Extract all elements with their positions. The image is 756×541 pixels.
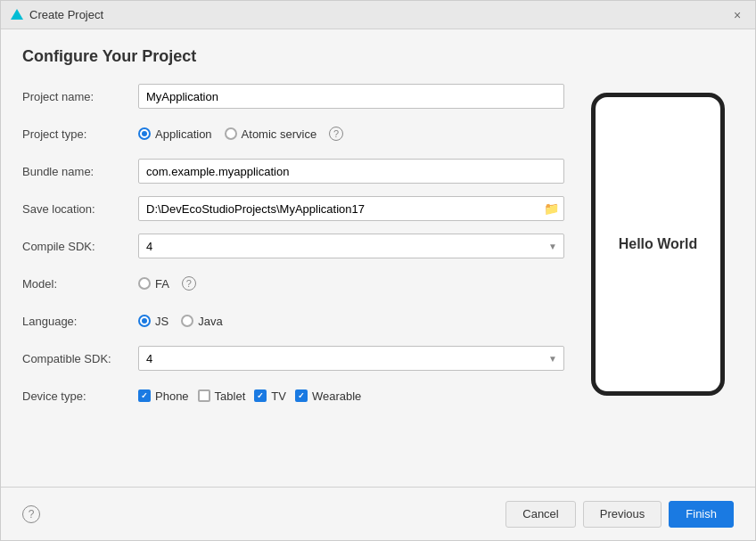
language-label: Language:	[22, 315, 138, 328]
previous-button[interactable]: Previous	[583, 501, 662, 528]
project-type-help-icon[interactable]: ?	[329, 127, 343, 141]
title-bar: Create Project ×	[1, 1, 755, 29]
checkbox-tv[interactable]: ✓ TV	[254, 389, 286, 403]
radio-fa[interactable]: FA	[138, 277, 169, 291]
model-label: Model:	[22, 277, 138, 291]
cancel-button[interactable]: Cancel	[505, 501, 575, 528]
radio-java-circle	[181, 315, 193, 327]
bundle-name-input[interactable]	[138, 159, 564, 184]
save-location-wrapper: 📁	[138, 196, 564, 221]
compatible-sdk-select[interactable]: 4 5 6	[138, 346, 564, 371]
radio-atomic-circle	[225, 127, 237, 140]
compatible-sdk-wrapper: 4 5 6 ▼	[138, 346, 564, 371]
checkbox-wearable[interactable]: ✓ Wearable	[295, 389, 361, 403]
checkbox-tablet-label: Tablet	[215, 389, 246, 403]
compile-sdk-wrapper: 4 5 6 ▼	[138, 234, 564, 258]
app-icon	[10, 8, 24, 22]
radio-js-circle	[138, 315, 151, 327]
radio-fa-label: FA	[155, 277, 169, 291]
footer: ? Cancel Previous Finish	[1, 487, 755, 540]
model-row: Model: FA ?	[22, 271, 564, 296]
model-help-icon[interactable]: ?	[182, 276, 196, 291]
language-group: JS Java	[138, 315, 223, 328]
radio-java[interactable]: Java	[181, 315, 222, 328]
create-project-dialog: Create Project × Configure Your Project …	[0, 0, 756, 541]
bundle-name-row: Bundle name:	[22, 159, 564, 184]
radio-java-label: Java	[198, 315, 222, 328]
radio-fa-circle	[138, 277, 151, 290]
checkbox-wearable-label: Wearable	[312, 389, 361, 403]
radio-atomic-label: Atomic service	[242, 127, 317, 141]
preview-area: Hello World	[582, 84, 734, 478]
radio-js[interactable]: JS	[138, 315, 168, 328]
checkbox-tv-box: ✓	[254, 389, 267, 402]
radio-application[interactable]: Application	[138, 127, 212, 141]
radio-atomic[interactable]: Atomic service	[225, 127, 317, 141]
project-name-row: Project name:	[22, 84, 564, 109]
checkbox-phone-box: ✓	[138, 389, 151, 402]
checkbox-tv-label: TV	[271, 389, 286, 403]
form-area: Project name: Project type: Application …	[22, 84, 564, 478]
finish-button[interactable]: Finish	[669, 501, 734, 528]
language-row: Language: JS Java	[22, 308, 564, 333]
device-type-group: ✓ Phone Tablet ✓ TV ✓ W	[138, 389, 361, 403]
radio-js-label: JS	[155, 315, 168, 328]
model-group: FA ?	[138, 276, 196, 291]
main-area: Project name: Project type: Application …	[22, 84, 734, 478]
radio-application-circle	[138, 127, 151, 140]
checkbox-tablet[interactable]: Tablet	[198, 389, 246, 403]
dialog-content: Configure Your Project Project name: Pro…	[1, 29, 755, 478]
dialog-title: Create Project	[29, 8, 728, 21]
save-location-row: Save location: 📁	[22, 196, 564, 221]
project-type-row: Project type: Application Atomic service…	[22, 121, 564, 146]
device-type-label: Device type:	[22, 389, 138, 403]
compatible-sdk-label: Compatible SDK:	[22, 352, 138, 365]
svg-marker-0	[11, 9, 23, 20]
save-location-input[interactable]	[138, 196, 564, 221]
project-type-label: Project type:	[22, 127, 138, 141]
phone-preview: Hello World	[591, 93, 725, 396]
bundle-name-label: Bundle name:	[22, 165, 138, 178]
device-type-row: Device type: ✓ Phone Tablet ✓ TV	[22, 383, 564, 408]
radio-application-label: Application	[155, 127, 212, 141]
close-button[interactable]: ×	[728, 6, 746, 24]
compile-sdk-label: Compile SDK:	[22, 240, 138, 253]
project-name-input[interactable]	[138, 84, 564, 109]
checkbox-phone-label: Phone	[155, 389, 189, 403]
checkbox-tablet-box	[198, 389, 210, 402]
checkbox-wearable-box: ✓	[295, 389, 308, 402]
save-location-label: Save location:	[22, 202, 138, 216]
compile-sdk-row: Compile SDK: 4 5 6 ▼	[22, 234, 564, 258]
checkbox-phone[interactable]: ✓ Phone	[138, 389, 189, 403]
project-name-label: Project name:	[22, 90, 138, 103]
project-type-group: Application Atomic service ?	[138, 127, 343, 141]
page-title: Configure Your Project	[22, 47, 734, 66]
preview-text: Hello World	[619, 236, 698, 252]
compatible-sdk-row: Compatible SDK: 4 5 6 ▼	[22, 346, 564, 371]
footer-help-icon[interactable]: ?	[22, 505, 40, 523]
compile-sdk-select[interactable]: 4 5 6	[138, 234, 564, 258]
